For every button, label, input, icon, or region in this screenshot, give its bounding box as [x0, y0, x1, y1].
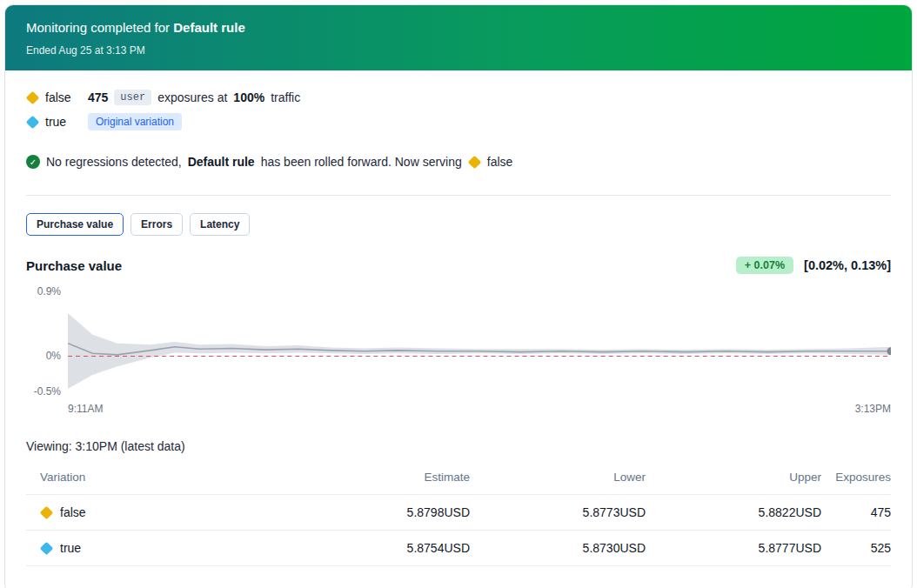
banner-title: Monitoring completed for Default rule [26, 20, 891, 35]
metric-chart[interactable]: 0.9% 0% -0.5% 9:11AM 3:13PM [26, 286, 891, 415]
metric-chart-svg[interactable] [68, 286, 891, 398]
variation-true-diamond-icon [26, 115, 40, 129]
col-header-lower: Lower [470, 471, 646, 484]
col-header-estimate: Estimate [296, 471, 470, 484]
cell-upper: 5.8777USD [646, 541, 821, 555]
y-axis: 0.9% 0% -0.5% [26, 286, 68, 398]
cell-exposures: 525 [821, 541, 891, 555]
check-circle-icon: ✓ [26, 155, 40, 169]
banner-title-prefix: Monitoring completed for [26, 20, 173, 35]
cell-lower: 5.8773USD [470, 505, 646, 519]
metric-result: + 0.07% [0.02%, 0.13%] [736, 257, 891, 274]
col-header-variation: Variation [26, 471, 296, 484]
variation-row-false: false 475 user exposures at 100% traffic [26, 90, 891, 105]
y-tick-zero: 0% [46, 350, 61, 362]
tab-latency[interactable]: Latency [190, 213, 250, 236]
serving-variation-diamond-icon [468, 155, 482, 169]
monitoring-card: Monitoring completed for Default rule En… [4, 4, 913, 588]
card-content: false 475 user exposures at 100% traffic… [5, 90, 912, 588]
metric-title: Purchase value [26, 258, 122, 273]
serving-variation-name: false [487, 155, 513, 169]
cell-upper: 5.8822USD [646, 505, 821, 519]
x-axis: 9:11AM 3:13PM [68, 403, 891, 415]
metric-tabs: Purchase value Errors Latency [26, 213, 891, 236]
col-header-exposures: Exposures [821, 471, 891, 484]
traffic-text: traffic [271, 90, 300, 104]
y-tick-top: 0.9% [37, 285, 61, 297]
banner-subtitle: Ended Aug 25 at 3:13 PM [26, 44, 891, 57]
status-text-1: No regressions detected, [46, 155, 182, 169]
col-header-upper: Upper [646, 471, 821, 484]
cell-lower: 5.8730USD [470, 541, 646, 555]
x-label-end: 3:13PM [855, 403, 891, 415]
variation-label: true [60, 541, 81, 555]
tab-errors[interactable]: Errors [131, 213, 183, 236]
original-variation-badge: Original variation [88, 113, 182, 130]
confidence-interval: [0.02%, 0.13%] [804, 258, 891, 272]
variation-false-diamond-icon [26, 90, 40, 104]
tab-purchase-value[interactable]: Purchase value [26, 213, 124, 236]
viewing-timestamp: Viewing: 3:10PM (latest data) [26, 439, 891, 453]
status-text-2: has been rolled forward. Now serving [261, 155, 462, 169]
cell-estimate: 5.8798USD [296, 505, 470, 519]
unit-badge: user [114, 90, 151, 105]
banner-rule-name: Default rule [173, 20, 245, 35]
status-line: ✓ No regressions detected, Default rule … [26, 155, 891, 169]
exposures-text: exposures at [157, 90, 227, 104]
variation-name: false [45, 90, 82, 104]
diff-badge: + 0.07% [736, 257, 793, 274]
variation-summary: false 475 user exposures at 100% traffic… [26, 90, 891, 130]
status-rule-name: Default rule [188, 155, 255, 169]
metric-header: Purchase value + 0.07% [0.02%, 0.13%] [26, 257, 891, 274]
table-header-row: Variation Estimate Lower Upper Exposures [26, 462, 891, 495]
results-table: Variation Estimate Lower Upper Exposures… [26, 462, 891, 566]
table-row: true 5.8754USD 5.8730USD 5.8777USD 525 [26, 531, 891, 566]
y-tick-bottom: -0.5% [34, 385, 61, 398]
variation-row-true: true Original variation [26, 113, 891, 130]
variation-true-diamond-icon [40, 541, 54, 555]
variation-false-diamond-icon [40, 505, 54, 519]
section-divider [26, 195, 891, 196]
cell-exposures: 475 [821, 505, 891, 519]
variation-name: true [45, 115, 82, 129]
variation-label: false [60, 505, 86, 519]
exposure-count: 475 [88, 90, 108, 104]
chart-plot-area[interactable] [68, 286, 891, 398]
x-label-start: 9:11AM [68, 403, 103, 415]
cell-estimate: 5.8754USD [296, 541, 470, 555]
cell-variation: true [26, 541, 296, 555]
traffic-percent: 100% [233, 90, 264, 104]
cell-variation: false [26, 505, 296, 519]
completion-banner: Monitoring completed for Default rule En… [5, 5, 912, 70]
table-row: false 5.8798USD 5.8773USD 5.8822USD 475 [26, 495, 891, 531]
